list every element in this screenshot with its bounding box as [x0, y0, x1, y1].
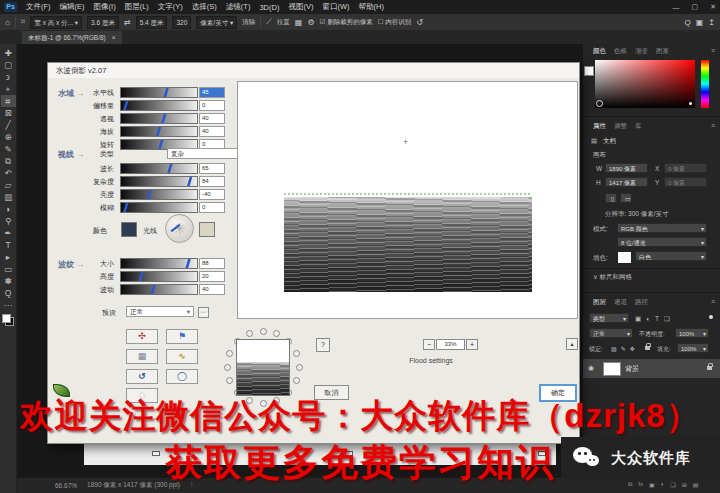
height-slider[interactable] [120, 271, 198, 282]
brightness-value[interactable]: -40 [199, 189, 225, 200]
maximize-button[interactable]: ▢ [692, 3, 699, 11]
menu-view[interactable]: 视图(V) [288, 2, 313, 12]
water-color-swatch[interactable] [121, 222, 137, 237]
menu-help[interactable]: 帮助(H) [359, 2, 384, 12]
zoom-level-value[interactable]: 33% [436, 339, 465, 350]
complexity-value[interactable]: 84 [199, 176, 225, 187]
overlay-grid-icon[interactable]: ▦ [295, 18, 303, 27]
tab-swatches[interactable]: 色板 [614, 47, 627, 56]
quick-select-tool[interactable]: ⌖ [1, 83, 16, 95]
layer-visibility-eye-icon[interactable]: ◉ [588, 364, 594, 372]
blend-mode-select[interactable]: 正常 ▾ [589, 328, 633, 338]
tab-channels[interactable]: 通道 [614, 298, 627, 307]
menu-window[interactable]: 窗口(W) [322, 2, 349, 12]
lock-all-icon[interactable] [645, 346, 650, 350]
undo-button[interactable]: ↺ [126, 369, 158, 384]
altitude-value[interactable]: 40 [199, 126, 225, 137]
color-picker-marker[interactable] [596, 100, 603, 107]
save-preset-button[interactable]: ⚑ [166, 329, 198, 344]
reset-icon[interactable]: ↺ [416, 18, 423, 27]
blur-slider[interactable] [120, 202, 198, 213]
canvas-x-field[interactable]: 0 像素 [664, 163, 707, 173]
horizon-value[interactable]: 45 [199, 87, 225, 98]
brightness-slider[interactable] [120, 189, 198, 200]
content-aware-checkbox[interactable]: ☐ 内容识别 [378, 18, 412, 27]
preview-area[interactable]: + [237, 81, 578, 319]
layer-filter-icons[interactable]: ▣◐T❏ [635, 315, 675, 323]
open-preset-button[interactable]: ✣ [126, 329, 158, 344]
preview-thumbnail[interactable] [236, 339, 290, 396]
swap-dimensions-icon[interactable]: ⇄ [124, 18, 131, 27]
history-brush-tool[interactable]: ↶ [1, 167, 16, 179]
panel-menu-icon[interactable]: ≡ [711, 122, 715, 129]
wavelength-slider[interactable] [120, 163, 198, 174]
random-button[interactable]: ▦ [126, 349, 158, 364]
menu-type[interactable]: 文字(Y) [158, 2, 183, 12]
layer-row-background[interactable]: ◉ 背景 [583, 359, 720, 378]
color-field[interactable] [595, 60, 695, 108]
tab-patterns[interactable]: 图案 [656, 47, 669, 56]
marquee-tool[interactable]: ▢ [1, 59, 16, 71]
canvas-height-field[interactable]: 1417 像素 [605, 177, 648, 187]
menu-edit[interactable]: 编辑(E) [60, 2, 85, 12]
canvas-section-label[interactable]: 画布 [593, 151, 606, 160]
preset-ring-dot[interactable] [296, 364, 303, 371]
offset-value[interactable]: 0 [199, 100, 225, 111]
preset-ring-dot[interactable] [226, 350, 233, 357]
path-select-tool[interactable]: ▸ [1, 251, 16, 263]
bit-depth-select[interactable]: 8 位/通道 ▾ [617, 237, 707, 247]
hue-slider[interactable] [701, 60, 709, 108]
preset-ring-dot[interactable] [226, 377, 233, 384]
opacity-field[interactable]: 100% ▾ [675, 328, 709, 338]
shape-tool[interactable]: ▭ [1, 263, 16, 275]
crop-preset-select[interactable]: 宽 x 高 x 分... ▾ [30, 16, 82, 29]
portrait-icon[interactable]: ▯ [605, 193, 617, 203]
zoom-out-button[interactable]: − [423, 339, 435, 350]
wavelength-value[interactable]: 65 [199, 163, 225, 174]
canvas-width-field[interactable]: 1890 像素 [605, 163, 648, 173]
frame-tool[interactable]: ⊠ [1, 107, 16, 119]
eyedropper-tool[interactable]: ╱ [1, 119, 16, 131]
menu-file[interactable]: 文件(F) [26, 2, 51, 12]
size-value[interactable]: 88 [199, 258, 225, 269]
clear-button[interactable]: 清除 [242, 18, 255, 27]
tab-libraries[interactable]: 库 [635, 122, 642, 131]
zoom-tool[interactable]: Q [1, 287, 16, 299]
complexity-slider[interactable] [120, 176, 198, 187]
preset-ring-dot[interactable] [293, 350, 300, 357]
share-icon[interactable]: ↥ [708, 18, 715, 27]
crop-resolution-field[interactable]: 320 [172, 16, 191, 29]
menu-select[interactable]: 选择(S) [192, 2, 217, 12]
tab-properties[interactable]: 属性 [593, 122, 606, 131]
layer-fill-field[interactable]: 100% ▾ [677, 343, 709, 353]
preset-ring-dot[interactable] [224, 364, 231, 371]
brush-tool[interactable]: ✎ [1, 143, 16, 155]
foreground-swatch-icon[interactable] [584, 66, 594, 76]
offset-slider[interactable] [120, 100, 198, 111]
type-tool[interactable]: T [1, 239, 16, 251]
menu-3d[interactable]: 3D(D) [259, 3, 279, 12]
preset-menu-button[interactable]: ⋯ [198, 307, 209, 318]
panel-menu-icon[interactable]: ≡ [711, 298, 715, 305]
panel-menu-icon[interactable]: ≡ [711, 47, 715, 54]
light-color-swatch[interactable] [199, 222, 215, 237]
crop-height-field[interactable]: 5.4 厘米 [136, 16, 168, 29]
tab-paths[interactable]: 路径 [635, 298, 648, 307]
collapse-button[interactable]: ▴ [566, 338, 578, 350]
crop-tool-icon[interactable]: ⌗ [21, 17, 26, 27]
undulation-slider[interactable] [120, 284, 198, 295]
move-tool[interactable]: ✚ [1, 47, 16, 59]
dodge-tool[interactable]: ⚲ [1, 215, 16, 227]
preset-select[interactable]: 正常▾ [126, 306, 194, 317]
canvas-y-field[interactable]: 0 像素 [664, 177, 707, 187]
zoom-in-button[interactable]: + [466, 339, 478, 350]
menu-layer[interactable]: 图层(L) [125, 2, 149, 12]
reset-button[interactable]: ◯ [166, 369, 198, 384]
minimize-button[interactable]: — [673, 4, 680, 11]
tab-layers[interactable]: 图层 [593, 298, 606, 307]
canvas-fill-swatch[interactable] [617, 251, 632, 264]
filter-toggle-icon[interactable] [709, 315, 713, 319]
landscape-icon[interactable]: ▭ [620, 193, 632, 203]
straighten-icon[interactable]: ⟋ [266, 17, 272, 27]
foreground-background-swatch[interactable] [2, 314, 14, 326]
